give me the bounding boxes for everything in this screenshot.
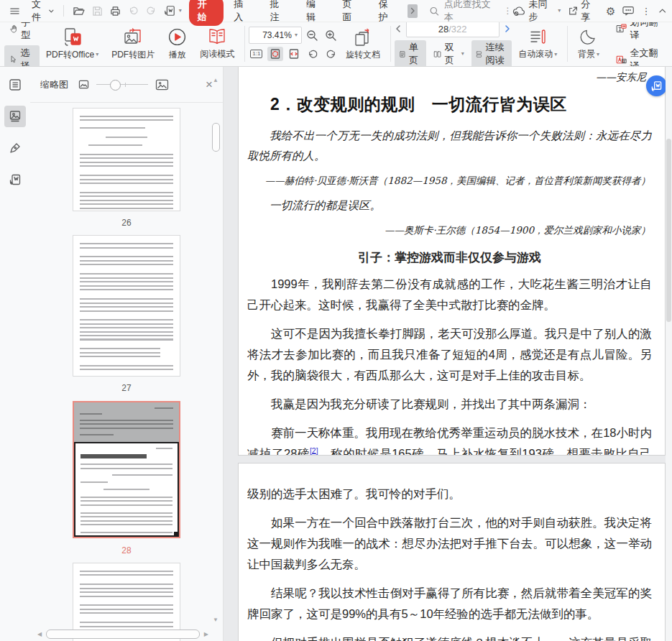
close-panel-icon[interactable]: × bbox=[206, 78, 213, 91]
slider-handle[interactable] bbox=[110, 80, 121, 91]
select-tool-button[interactable]: 选择 bbox=[4, 45, 40, 68]
sign-panel-button[interactable] bbox=[4, 137, 26, 159]
search-options-icon[interactable]: ⋮ bbox=[504, 6, 512, 16]
thumbnail-panel-icon bbox=[9, 110, 22, 123]
share-label: 分享 bbox=[581, 0, 599, 24]
redo-button[interactable] bbox=[142, 3, 160, 19]
save-button[interactable] bbox=[88, 3, 106, 19]
search-box[interactable]: 点此查找文本 ⋮ bbox=[429, 0, 512, 24]
scroll-left-icon[interactable]: ◀ bbox=[37, 631, 42, 637]
main-menu-button[interactable] bbox=[6, 3, 24, 19]
scroll-right-icon[interactable]: ▶ bbox=[204, 631, 208, 637]
thumbnail-page-27[interactable] bbox=[73, 236, 180, 376]
chapter-heading: 2．改变规则的规则 一切流行皆为误区 bbox=[270, 93, 652, 116]
fit-width-button[interactable] bbox=[286, 47, 302, 61]
thumbnail-page-26[interactable] bbox=[73, 109, 180, 211]
tab-page[interactable]: 页面 bbox=[333, 0, 368, 26]
zoom-in-button[interactable] bbox=[323, 28, 339, 42]
outline-panel-button[interactable] bbox=[4, 74, 26, 96]
thumb-text-lines bbox=[80, 154, 173, 169]
open-file-button[interactable] bbox=[69, 3, 88, 19]
pdf-to-office-button[interactable]: PDF转Office▾ bbox=[40, 23, 105, 65]
divider bbox=[244, 26, 245, 62]
small-thumbnail-icon[interactable] bbox=[78, 80, 89, 89]
share-button[interactable]: 分享 bbox=[568, 0, 599, 24]
tab-expand-button[interactable] bbox=[408, 4, 418, 18]
actual-size-button[interactable]: 1:1 bbox=[249, 47, 264, 61]
pdf-page-29: 级别的选手太困难了。我可怜的对手们。 如果一方在一个回合中跌落散打台三次，他的对… bbox=[238, 463, 666, 641]
thumb-text-lines bbox=[80, 420, 173, 430]
thumb-text-lines bbox=[80, 532, 172, 537]
moon-icon bbox=[579, 27, 598, 46]
thumb-text-lines bbox=[80, 273, 173, 292]
fit-page-button[interactable] bbox=[267, 47, 283, 61]
tab-edit[interactable]: 编辑 bbox=[298, 0, 332, 26]
background-button[interactable]: 背景▾ bbox=[571, 23, 606, 65]
next-page-icon[interactable] bbox=[504, 24, 511, 33]
thumb-text-lines bbox=[80, 481, 108, 484]
play-button[interactable]: 播放 bbox=[161, 23, 193, 65]
export-to-word-button[interactable] bbox=[160, 2, 179, 19]
pdf-to-image-button[interactable]: PDF转图片 bbox=[105, 23, 161, 65]
folder-open-icon bbox=[73, 6, 85, 17]
full-translate-button[interactable]: 全文翻译 bbox=[610, 45, 668, 68]
thumbnail-panel-header: 缩略图 × bbox=[30, 67, 223, 103]
panel-horizontal-scrollbar[interactable]: ◀ ▶ bbox=[37, 629, 208, 639]
page-label-27[interactable]: 27 bbox=[30, 383, 223, 393]
double-page-button[interactable]: 双页 ▾ bbox=[429, 40, 469, 67]
pdf-to-word-float-icon bbox=[650, 80, 663, 92]
pdf-to-word-floating-button[interactable] bbox=[646, 75, 667, 96]
continuous-read-button[interactable]: 连续阅读 bbox=[471, 40, 512, 67]
settings-gear-icon[interactable]: ⚙ bbox=[606, 6, 615, 17]
document-view[interactable]: ——安东尼 2．改变规则的规则 一切流行皆为误区 我给不出一个万无一失的成功法则… bbox=[224, 67, 672, 641]
auto-scroll-button[interactable]: 自动滚动▾ bbox=[512, 23, 563, 65]
thumb-viewport-region[interactable] bbox=[74, 442, 179, 537]
main-vertical-scrollbar[interactable] bbox=[666, 67, 672, 641]
rotate-cw-button[interactable] bbox=[323, 47, 339, 61]
zoom-level-value: 73.41% bbox=[262, 30, 292, 40]
feedback-icon[interactable] bbox=[622, 6, 634, 16]
rotate-ccw-button[interactable] bbox=[305, 47, 321, 61]
thumb-offscreen-region bbox=[74, 402, 179, 442]
main-vertical-scrollbar-thumb[interactable] bbox=[666, 139, 671, 322]
thumbnail-size-slider[interactable] bbox=[96, 80, 148, 90]
tab-insert[interactable]: 插入 bbox=[225, 0, 259, 26]
word-translate-button[interactable]: 划词翻译 bbox=[610, 22, 668, 43]
page-label-26[interactable]: 26 bbox=[30, 218, 223, 228]
thumbnail-panel-button[interactable] bbox=[4, 106, 26, 127]
chevron-down-icon bbox=[48, 8, 55, 14]
undo-button[interactable] bbox=[124, 3, 142, 19]
tab-comment[interactable]: 批注 bbox=[262, 0, 296, 26]
hand-tool-button[interactable]: 手型 bbox=[4, 22, 40, 43]
panel-horizontal-scrollbar-thumb[interactable] bbox=[46, 630, 200, 639]
rotate-document-label: 旋转文档 bbox=[346, 49, 380, 61]
footnote-link[interactable]: [2] bbox=[310, 446, 318, 454]
rotate-document-button[interactable]: 旋转文档 bbox=[339, 23, 387, 65]
thumbnail-page-28-selected[interactable] bbox=[73, 401, 180, 538]
scroll-down-icon[interactable]: ▼ bbox=[213, 617, 218, 623]
page-label-28[interactable]: 28 bbox=[30, 545, 223, 555]
chevron-down-icon[interactable]: ▾ bbox=[179, 8, 182, 14]
page-number-input[interactable]: 28 /322 bbox=[406, 22, 500, 37]
viewport-resize-handle[interactable] bbox=[174, 532, 179, 537]
prev-page-icon[interactable] bbox=[395, 24, 402, 33]
read-mode-button[interactable]: 阅读模式 bbox=[193, 23, 241, 65]
attribution-text: ——奥斯卡·王尔德（1854—1900，爱尔兰戏剧家和小说家） bbox=[247, 224, 652, 237]
zoom-out-button[interactable] bbox=[305, 28, 321, 42]
large-thumbnail-icon[interactable] bbox=[155, 79, 169, 91]
thumb-text-lines bbox=[80, 319, 173, 342]
scroll-up-icon[interactable]: ▲ bbox=[213, 77, 218, 83]
thumb-text-lines bbox=[80, 243, 173, 250]
zoom-level-select[interactable]: 73.41% ▾ bbox=[249, 27, 302, 44]
caret-down-icon: ▾ bbox=[96, 52, 98, 57]
tab-home[interactable]: 开始 bbox=[189, 0, 224, 26]
single-page-button[interactable]: 单页 bbox=[395, 40, 426, 67]
print-button[interactable] bbox=[106, 3, 124, 19]
panel-vertical-scrollbar-thumb[interactable] bbox=[212, 123, 220, 152]
outline-icon bbox=[9, 78, 22, 91]
convert-panel-button[interactable] bbox=[4, 169, 26, 190]
collapse-ribbon-icon[interactable] bbox=[658, 8, 666, 14]
slider-tick bbox=[125, 83, 126, 87]
sync-status[interactable]: 未同步 ▾ bbox=[512, 0, 561, 24]
more-options-icon[interactable]: ⋮ bbox=[642, 6, 651, 17]
